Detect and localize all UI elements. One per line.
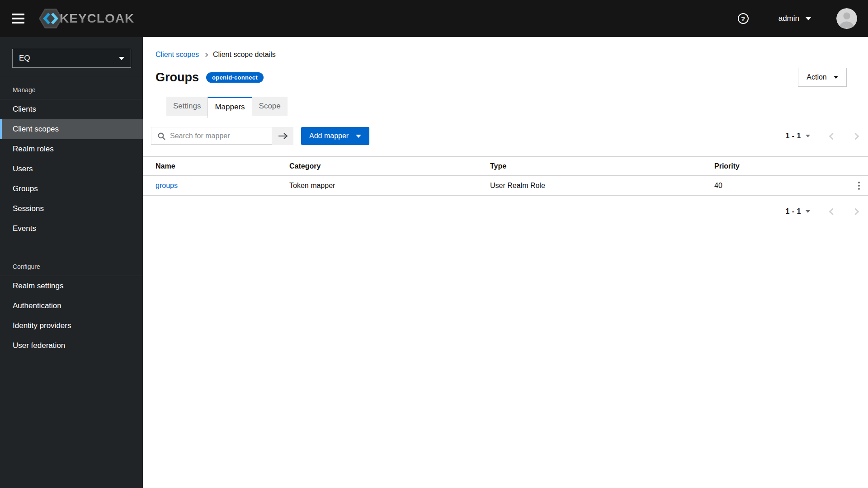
pagination-next-button[interactable]	[853, 209, 858, 214]
sidebar-item-realm-settings[interactable]: Realm settings	[0, 276, 143, 296]
brand-name: KEYCLOAK	[60, 11, 134, 26]
realm-name: EQ	[19, 54, 30, 63]
user-name: admin	[778, 14, 799, 23]
mappers-toolbar: Add mapper 1 - 1	[143, 127, 868, 145]
masthead: KEYCLOAK ? admin	[0, 0, 868, 37]
table-row: groups Token mapper User Realm Role 40	[143, 176, 868, 196]
sidebar-item-sessions[interactable]: Sessions	[0, 199, 143, 219]
mappers-table: Name Category Type Priority groups Token…	[143, 156, 868, 196]
sidebar: EQ Manage Clients Client scopes Realm ro…	[0, 37, 143, 488]
main-content: Client scopes Client scope details Group…	[143, 37, 868, 216]
table-header-row: Name Category Type Priority	[143, 157, 868, 176]
sidebar-item-user-federation[interactable]: User federation	[0, 336, 143, 356]
pagination-bottom: 1 - 1	[143, 207, 868, 216]
tabs: Settings Mappers Scope	[166, 97, 868, 118]
tab-mappers[interactable]: Mappers	[208, 97, 252, 118]
breadcrumb-current: Client scope details	[213, 51, 276, 59]
page-title: Groups	[156, 70, 199, 84]
chevron-right-icon	[852, 132, 859, 140]
search-icon	[158, 132, 165, 140]
tab-scope[interactable]: Scope	[252, 97, 288, 116]
pagination-range: 1 - 1	[785, 207, 801, 216]
chevron-down-icon	[806, 17, 811, 20]
help-icon[interactable]: ?	[738, 13, 749, 24]
mapper-category-cell: Token mapper	[289, 176, 490, 196]
sidebar-item-authentication[interactable]: Authentication	[0, 296, 143, 316]
sidebar-item-events[interactable]: Events	[0, 219, 143, 239]
mapper-name-link[interactable]: groups	[156, 182, 178, 189]
pagination-range-dropdown[interactable]: 1 - 1	[785, 207, 810, 216]
realm-selector[interactable]: EQ	[12, 49, 131, 68]
chevron-down-icon	[119, 57, 124, 60]
chevron-left-icon	[829, 208, 836, 215]
chevron-right-icon	[852, 208, 859, 215]
sidebar-item-realm-roles[interactable]: Realm roles	[0, 139, 143, 159]
chevron-down-icon	[806, 210, 810, 213]
sidebar-item-users[interactable]: Users	[0, 159, 143, 179]
hamburger-menu-icon[interactable]	[12, 14, 24, 23]
kebab-menu-button[interactable]	[856, 180, 862, 192]
nav-section-title-manage: Manage	[0, 77, 143, 99]
user-menu-dropdown[interactable]: admin	[778, 14, 811, 23]
search-input-group	[151, 127, 272, 145]
keycloak-logo: KEYCLOAK	[39, 8, 134, 29]
sidebar-item-clients[interactable]: Clients	[0, 99, 143, 119]
tab-settings[interactable]: Settings	[166, 97, 208, 116]
action-dropdown-button[interactable]: Action	[798, 68, 847, 87]
pagination-range: 1 - 1	[785, 132, 801, 140]
nav-section-configure: Configure Realm settings Authentication …	[0, 254, 143, 356]
pagination-next-button[interactable]	[853, 134, 858, 139]
breadcrumb-separator-icon	[204, 52, 208, 57]
chevron-left-icon	[829, 132, 836, 140]
sidebar-item-identity-providers[interactable]: Identity providers	[0, 316, 143, 336]
keycloak-logo-icon	[39, 8, 62, 29]
pagination-range-dropdown[interactable]: 1 - 1	[785, 132, 810, 140]
add-mapper-label: Add mapper	[309, 132, 349, 140]
nav-section-title-configure: Configure	[0, 254, 143, 276]
chevron-down-icon	[834, 76, 838, 79]
sidebar-item-groups[interactable]: Groups	[0, 179, 143, 199]
mapper-priority-cell: 40	[714, 176, 845, 196]
pagination-prev-button[interactable]	[830, 134, 835, 139]
protocol-badge: openid-connect	[206, 72, 264, 83]
action-dropdown-label: Action	[807, 73, 826, 81]
pagination-top: 1 - 1	[785, 132, 858, 140]
breadcrumb-link-client-scopes[interactable]: Client scopes	[156, 51, 199, 59]
chevron-down-icon	[806, 135, 810, 137]
column-header-type: Type	[490, 157, 714, 176]
arrow-right-icon	[278, 132, 288, 140]
pagination-prev-button[interactable]	[830, 209, 835, 214]
column-header-name: Name	[143, 157, 289, 176]
sidebar-item-client-scopes[interactable]: Client scopes	[0, 119, 143, 139]
breadcrumb: Client scopes Client scope details	[143, 37, 868, 59]
avatar[interactable]	[836, 8, 857, 29]
search-submit-button[interactable]	[272, 127, 293, 145]
add-mapper-button[interactable]: Add mapper	[301, 127, 369, 145]
search-input[interactable]	[170, 132, 267, 140]
chevron-down-icon	[356, 135, 361, 138]
column-header-priority: Priority	[714, 157, 845, 176]
column-header-category: Category	[289, 157, 490, 176]
mapper-type-cell: User Realm Role	[490, 176, 714, 196]
nav-section-manage: Manage Clients Client scopes Realm roles…	[0, 77, 143, 239]
